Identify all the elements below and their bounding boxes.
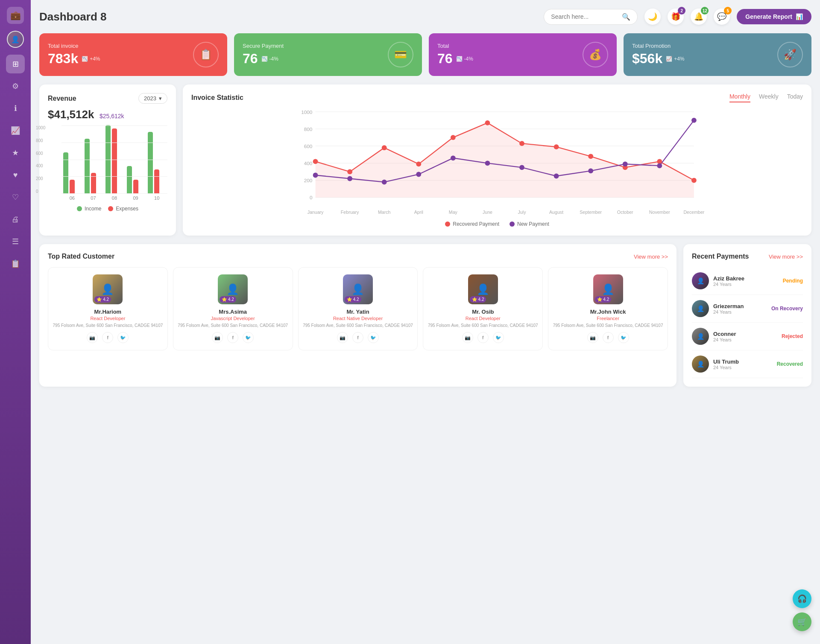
customer-social: 📷 f 🐦: [303, 332, 413, 343]
instagram-icon[interactable]: 📷: [337, 332, 348, 343]
bar-group: [105, 125, 123, 193]
sidebar-item-dashboard[interactable]: ⊞: [6, 55, 25, 73]
dark-mode-toggle[interactable]: 🌙: [644, 9, 661, 25]
twitter-icon[interactable]: 🐦: [117, 332, 129, 343]
page-title: Dashboard 8: [39, 10, 107, 23]
customer-social: 📷 f 🐦: [178, 332, 288, 343]
tab-monthly[interactable]: Monthly: [729, 93, 750, 102]
svg-point-27: [382, 180, 387, 185]
customers-view-more[interactable]: View more >>: [634, 254, 668, 260]
invoice-title: Invoice Statistic: [191, 94, 243, 102]
svg-point-17: [451, 135, 456, 140]
sidebar-item-docs[interactable]: 📋: [6, 254, 25, 273]
main-content: Dashboard 8 🔍 🌙 🎁 2 🔔 12 💬 5 Generate Re…: [31, 0, 820, 644]
generate-report-button[interactable]: Generate Report 📊: [737, 9, 811, 24]
sidebar-item-settings[interactable]: ⚙: [6, 77, 25, 96]
sidebar-item-analytics[interactable]: 📈: [6, 121, 25, 140]
expense-bar: [133, 180, 138, 193]
payments-header: Recent Payments View more >>: [692, 253, 803, 260]
facebook-icon[interactable]: f: [227, 332, 238, 343]
svg-text:May: May: [449, 210, 458, 215]
fab-cart[interactable]: 🛒: [793, 612, 811, 631]
year-selector[interactable]: 2023 ▾: [138, 93, 167, 104]
chevron-down-icon: ▾: [159, 95, 162, 102]
payments-view-more[interactable]: View more >>: [769, 254, 803, 260]
sidebar-logo[interactable]: 💼: [7, 7, 24, 24]
revenue-card: Revenue 2023 ▾ $41,512k $25,612k 1000800…: [39, 85, 176, 236]
new-label: New Payment: [517, 221, 549, 227]
payment-avatar: 👤: [692, 300, 709, 317]
sidebar-item-print[interactable]: 🖨: [6, 210, 25, 229]
line-chart-svg: 02004006008001000JanuaryFebruaryMarchApr…: [191, 107, 803, 218]
sidebar-item-star[interactable]: ★: [6, 143, 25, 162]
payment-status: Rejected: [782, 333, 803, 339]
bar-x-label: 08: [105, 195, 123, 201]
svg-point-13: [313, 159, 318, 164]
stat-card-payment: Secure Payment 76 📉 -4% 💳: [234, 33, 422, 76]
bar-x-labels: 0607080910: [62, 195, 167, 201]
twitter-icon[interactable]: 🐦: [368, 332, 379, 343]
header: Dashboard 8 🔍 🌙 🎁 2 🔔 12 💬 5 Generate Re…: [39, 9, 811, 25]
payment-avatar: 👤: [692, 328, 709, 345]
instagram-icon[interactable]: 📷: [87, 332, 98, 343]
twitter-icon[interactable]: 🐦: [493, 332, 504, 343]
sidebar-item-heart2[interactable]: ♡: [6, 188, 25, 207]
sidebar: 💼 👤 ⊞ ⚙ ℹ 📈 ★ ♥ ♡ 🖨 ☰ 📋: [0, 0, 31, 644]
svg-point-21: [588, 154, 593, 159]
payment-item: 👤 Aziz Bakree 24 Years Pending: [692, 267, 803, 295]
sidebar-avatar[interactable]: 👤: [7, 31, 24, 48]
payment-status: On Recovery: [771, 306, 803, 312]
customer-social: 📷 f 🐦: [53, 332, 163, 343]
chat-notification[interactable]: 💬 5: [714, 9, 730, 25]
bar-group: [63, 152, 81, 193]
income-bar: [105, 125, 111, 193]
customer-name: Mr.John Wick: [553, 309, 663, 315]
invoice-statistic-card: Invoice Statistic Monthly Weekly Today 0…: [183, 85, 811, 236]
stat-icon-total: 💰: [583, 42, 608, 67]
stat-label-total: Total: [437, 43, 473, 49]
expense-bar: [91, 173, 96, 193]
svg-point-33: [588, 169, 593, 174]
invoice-header: Invoice Statistic Monthly Weekly Today: [191, 93, 803, 102]
gift-notification[interactable]: 🎁 2: [668, 9, 684, 25]
stat-icon-payment: 💳: [388, 42, 413, 67]
svg-text:200: 200: [304, 178, 313, 184]
facebook-icon[interactable]: f: [477, 332, 489, 343]
facebook-icon[interactable]: f: [352, 332, 363, 343]
instagram-icon[interactable]: 📷: [212, 332, 223, 343]
svg-text:November: November: [649, 210, 670, 215]
customer-role: React Developer: [53, 316, 163, 321]
bar-group: [127, 166, 145, 193]
sidebar-item-heart[interactable]: ♥: [6, 166, 25, 184]
tab-weekly[interactable]: Weekly: [759, 93, 779, 102]
customer-card: 👤 ⭐ 4.2 Mr. Osib React Developer 795 Fol…: [423, 267, 543, 350]
svg-text:September: September: [580, 210, 602, 215]
y-axis-labels: 10008006004002000: [36, 125, 45, 194]
customer-address: 795 Folsom Ave, Suite 600 San Francisco,…: [303, 323, 413, 329]
invoice-line-chart: 02004006008001000JanuaryFebruaryMarchApr…: [191, 107, 803, 218]
svg-marker-12: [316, 123, 694, 198]
svg-text:800: 800: [304, 126, 313, 132]
sidebar-item-info[interactable]: ℹ: [6, 99, 25, 118]
instagram-icon[interactable]: 📷: [462, 332, 473, 343]
payment-item: 👤 Griezerman 24 Years On Recovery: [692, 295, 803, 323]
tab-today[interactable]: Today: [787, 93, 803, 102]
twitter-icon[interactable]: 🐦: [243, 332, 254, 343]
facebook-icon[interactable]: f: [603, 332, 614, 343]
fab-support[interactable]: 🎧: [793, 589, 811, 608]
payment-age: 24 Years: [713, 365, 773, 370]
search-box[interactable]: 🔍: [544, 9, 638, 25]
facebook-icon[interactable]: f: [102, 332, 113, 343]
twitter-icon[interactable]: 🐦: [618, 332, 629, 343]
stat-card-total: Total 76 📉 -4% 💰: [429, 33, 617, 76]
instagram-icon[interactable]: 📷: [587, 332, 598, 343]
search-input[interactable]: [551, 13, 618, 20]
stat-label-invoice: Total invoice: [48, 43, 100, 49]
revenue-header: Revenue 2023 ▾: [48, 93, 167, 104]
svg-text:1000: 1000: [301, 109, 313, 115]
stats-grid: Total invoice 783k 📉 +4% 📋 Secure Paymen…: [39, 33, 811, 76]
customer-name: Mrs.Asima: [178, 309, 288, 315]
bell-notification[interactable]: 🔔 12: [691, 9, 707, 25]
sidebar-item-menu[interactable]: ☰: [6, 232, 25, 251]
svg-text:June: June: [483, 210, 492, 215]
